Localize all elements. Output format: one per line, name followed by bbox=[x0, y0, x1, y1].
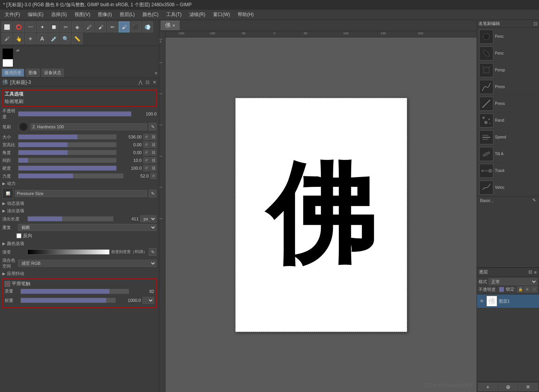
lock-position-icon[interactable]: ✛ bbox=[524, 286, 530, 293]
canvas-tab[interactable]: 佛 ✕ bbox=[161, 21, 180, 30]
menu-item-filters[interactable]: 滤镜(R) bbox=[188, 11, 207, 19]
hardness-reset-icon[interactable]: ↺ bbox=[143, 165, 149, 171]
aspect-reset-icon[interactable]: ↺ bbox=[143, 142, 149, 148]
menu-item-view[interactable]: 视图(V) bbox=[73, 11, 92, 19]
layer-opacity-slider[interactable] bbox=[499, 287, 504, 292]
flat-brush-checkbox[interactable]: ✕ bbox=[5, 281, 10, 287]
layer-new-button[interactable]: + bbox=[478, 383, 498, 391]
force-slider[interactable] bbox=[18, 173, 124, 179]
brush-preset-penc2[interactable]: Penc bbox=[478, 45, 538, 62]
reverse-checkbox[interactable] bbox=[16, 233, 21, 238]
layers-expand-icon[interactable]: ⊡ bbox=[528, 270, 532, 275]
layer-copy-button[interactable]: ⊕ bbox=[498, 383, 518, 391]
panel-menu-icon[interactable]: ≡ bbox=[155, 71, 157, 75]
tool-eyedropper[interactable]: 💉 bbox=[48, 33, 59, 44]
aspect-link-icon[interactable]: ⛓ bbox=[150, 142, 157, 148]
brush-preset-veloc[interactable]: Veloc bbox=[478, 179, 538, 196]
tool-paths[interactable]: 🖊 bbox=[84, 21, 94, 32]
tool-eraser[interactable]: ⬛ bbox=[130, 21, 141, 32]
brush-preset-press1[interactable]: Press bbox=[478, 79, 538, 96]
tool-ink[interactable]: 🖋 bbox=[2, 33, 12, 44]
quality-slider[interactable] bbox=[20, 289, 129, 294]
lock-alpha-icon[interactable]: □ bbox=[531, 286, 537, 293]
angle-reset-icon[interactable]: ↺ bbox=[143, 149, 149, 156]
brush-preset-tilt[interactable]: Tilt A bbox=[478, 146, 538, 163]
canvas-tab-close-icon[interactable]: ✕ bbox=[172, 23, 175, 28]
dynamics-expand[interactable]: ▶ 动力 bbox=[2, 181, 157, 186]
fade-unit-select[interactable]: px bbox=[140, 215, 157, 222]
force-reset-icon[interactable]: ↺ bbox=[150, 173, 157, 179]
tool-fuzzy-select[interactable]: ✦ bbox=[37, 21, 48, 32]
tool-smudge[interactable]: 👆 bbox=[13, 33, 24, 44]
hardness-link-icon[interactable]: ⛓ bbox=[150, 165, 157, 171]
brush-edit-button[interactable]: ✎ bbox=[149, 123, 157, 131]
spacing-slider[interactable] bbox=[18, 158, 117, 163]
gradient-swatch[interactable] bbox=[27, 249, 110, 255]
right-panel-expand-icon[interactable]: ⊡ bbox=[534, 21, 537, 27]
menu-item-windows[interactable]: 窗口(W) bbox=[212, 11, 231, 19]
canvas-viewport[interactable]: 佛 CSDN @Maya动画技术 bbox=[165, 37, 477, 392]
fade-expand[interactable]: ▶ 淡出选项 bbox=[2, 208, 157, 214]
layer-delete-button[interactable]: ✕ bbox=[518, 383, 538, 391]
tool-rect-select[interactable]: ⬜ bbox=[2, 21, 12, 32]
brush-name[interactable]: 2. Hardness 100 bbox=[30, 123, 147, 130]
apply-jitter-expand[interactable]: ▶ 应用抖动 bbox=[2, 271, 157, 277]
color-options-expand[interactable]: ▶ 颜色选项 bbox=[2, 241, 157, 247]
tab-device-status[interactable]: 设备状态 bbox=[41, 69, 64, 77]
tool-free-select[interactable]: 〰 bbox=[25, 21, 36, 32]
menu-item-edit[interactable]: 编辑(E) bbox=[26, 11, 45, 19]
gradient-edit-button[interactable]: ✎ bbox=[149, 248, 157, 256]
tool-scissors[interactable]: ✂ bbox=[60, 21, 71, 32]
menu-item-layers[interactable]: 图层(L) bbox=[118, 11, 137, 19]
tab-undo-history[interactable]: 撤消历史 bbox=[2, 69, 24, 77]
layer-mode-select[interactable]: 正常 bbox=[489, 278, 537, 285]
hardness-slider[interactable] bbox=[18, 165, 117, 171]
menu-item-colors[interactable]: 颜色(C) bbox=[141, 11, 160, 19]
tool-zoom[interactable]: 🔍 bbox=[60, 33, 71, 44]
size-reset-icon[interactable]: ↺ bbox=[143, 134, 149, 140]
close-panel-icon[interactable]: ✕ bbox=[153, 80, 157, 85]
brush-preset-rand[interactable]: Rand bbox=[478, 112, 538, 129]
menu-item-tools[interactable]: 工具(T) bbox=[165, 11, 183, 19]
tool-paintbrush[interactable]: 🖌 bbox=[119, 21, 130, 32]
brush-preset-press2[interactable]: Press bbox=[478, 96, 538, 112]
dynamics-edit-button[interactable]: ✎ bbox=[149, 190, 157, 197]
weight-unit-select[interactable] bbox=[142, 297, 154, 304]
layers-menu-icon[interactable]: ≡ bbox=[534, 270, 537, 275]
tool-color-select[interactable]: 🔲 bbox=[48, 21, 59, 32]
menu-item-image[interactable]: 图像(I) bbox=[96, 11, 113, 19]
weight-slider[interactable] bbox=[20, 298, 116, 303]
brush-preset-penc1[interactable]: Penc bbox=[478, 28, 538, 45]
tool-airbrush[interactable]: 💨 bbox=[142, 21, 153, 32]
tool-measure[interactable]: 📏 bbox=[72, 33, 83, 44]
dynamics-name[interactable]: Pressure Size bbox=[15, 190, 147, 197]
brush-preset-track[interactable]: Track bbox=[478, 163, 538, 179]
tool-ellipse-select[interactable]: ⭕ bbox=[13, 21, 24, 32]
restore-icon[interactable]: ⊡ bbox=[146, 80, 149, 85]
fade-length-slider[interactable] bbox=[27, 216, 114, 222]
layer-item[interactable]: 👁 佛 图层1 bbox=[477, 294, 539, 308]
tool-pencil[interactable]: ✏ bbox=[107, 21, 118, 32]
foreground-color-swatch[interactable] bbox=[2, 48, 13, 59]
blend-space-select[interactable]: 感官 RGB bbox=[18, 260, 157, 267]
tool-foreground-select[interactable]: ◈ bbox=[72, 21, 83, 32]
opacity-slider[interactable] bbox=[18, 111, 132, 117]
dynamics-options-expand[interactable]: ▶ 动态选项 bbox=[2, 200, 157, 206]
repeat-select[interactable]: 截断 bbox=[18, 224, 157, 231]
aspect-slider[interactable] bbox=[18, 142, 117, 147]
size-link-icon[interactable]: ⛓ bbox=[150, 134, 157, 140]
spacing-link-icon[interactable]: ⛓ bbox=[150, 157, 157, 163]
brush-preset-persp[interactable]: Persp bbox=[478, 62, 538, 79]
tool-text[interactable]: A bbox=[37, 33, 48, 44]
tab-image[interactable]: 图像 bbox=[26, 69, 40, 77]
tool-paint[interactable]: 🖌 bbox=[95, 21, 106, 32]
menu-item-file[interactable]: 文件(F) bbox=[3, 11, 21, 19]
spacing-reset-icon[interactable]: ↺ bbox=[143, 157, 149, 163]
menu-item-select[interactable]: 选择(S) bbox=[50, 11, 68, 19]
brush-preset-speed[interactable]: Speed bbox=[478, 129, 538, 146]
layer-visibility-icon[interactable]: 👁 bbox=[479, 298, 485, 304]
size-slider[interactable] bbox=[18, 134, 117, 140]
lock-pixels-icon[interactable]: 🔒 bbox=[517, 286, 523, 293]
angle-link-icon[interactable]: ⛓ bbox=[150, 149, 157, 156]
menu-item-help[interactable]: 帮助(H) bbox=[236, 11, 255, 19]
